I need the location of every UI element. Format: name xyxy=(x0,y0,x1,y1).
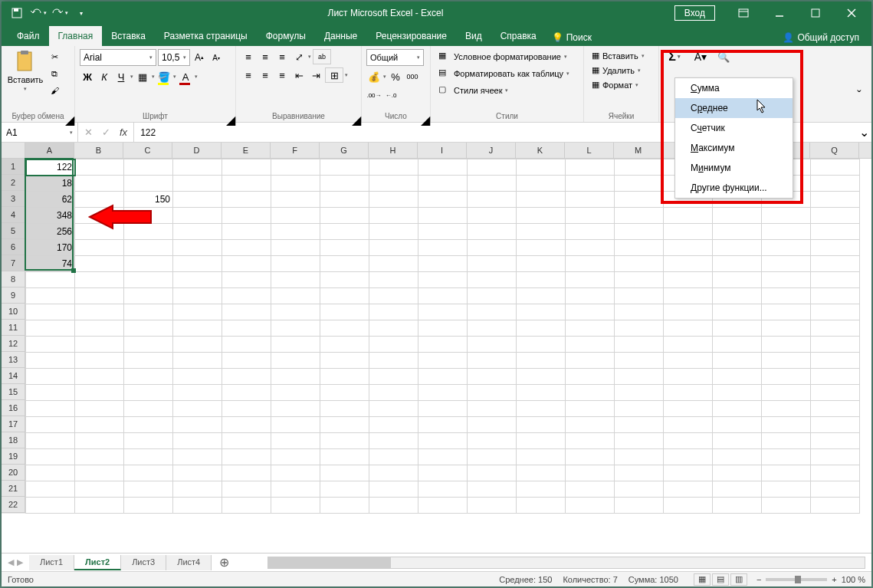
cell-O14[interactable] xyxy=(713,369,762,385)
cell-K11[interactable] xyxy=(517,320,566,337)
cell-B16[interactable] xyxy=(75,401,124,417)
align-center-icon[interactable]: ≡ xyxy=(258,67,273,83)
font-size-combo[interactable]: 10,5▾ xyxy=(158,49,190,66)
cell-G21[interactable] xyxy=(320,481,369,498)
cell-A13[interactable] xyxy=(26,353,75,369)
cell-F3[interactable] xyxy=(271,192,320,208)
cell-I3[interactable] xyxy=(418,192,468,208)
cell-M5[interactable] xyxy=(615,224,664,240)
cell-Q12[interactable] xyxy=(811,337,860,353)
align-right-icon[interactable]: ≡ xyxy=(274,67,290,83)
cell-I13[interactable] xyxy=(418,353,468,369)
clipboard-launcher-icon[interactable]: ◢ xyxy=(65,113,73,120)
cell-K7[interactable] xyxy=(517,256,566,272)
cell-B7[interactable] xyxy=(75,256,124,272)
cell-B1[interactable] xyxy=(75,159,124,176)
fx-icon[interactable]: fx xyxy=(120,126,127,138)
view-normal-icon[interactable]: ▦ xyxy=(694,573,711,586)
cell-P18[interactable] xyxy=(762,433,811,449)
format-as-table-button[interactable]: ▤Форматировать как таблицу▾ xyxy=(435,66,579,81)
number-launcher-icon[interactable]: ◢ xyxy=(421,113,428,120)
cell-P17[interactable] xyxy=(762,417,811,433)
cell-M20[interactable] xyxy=(615,465,664,481)
cell-F8[interactable] xyxy=(271,272,320,288)
cell-L15[interactable] xyxy=(566,385,615,401)
cell-styles-button[interactable]: ▢Стили ячеек▾ xyxy=(435,83,579,98)
decrease-indent-icon[interactable]: ⇤ xyxy=(291,67,307,83)
sheet-nav-next-icon[interactable]: ▶ xyxy=(17,557,23,567)
cell-H6[interactable] xyxy=(369,240,418,256)
cell-G20[interactable] xyxy=(320,465,369,481)
cell-G17[interactable] xyxy=(320,417,369,433)
save-icon[interactable] xyxy=(8,4,26,22)
cell-J16[interactable] xyxy=(468,401,517,417)
align-left-icon[interactable]: ≡ xyxy=(241,67,256,83)
row-header-8[interactable]: 8 xyxy=(2,271,25,287)
cell-M4[interactable] xyxy=(615,208,664,224)
cell-F20[interactable] xyxy=(271,465,320,481)
row-header-12[interactable]: 12 xyxy=(2,336,25,352)
cell-K17[interactable] xyxy=(517,417,566,433)
cell-D21[interactable] xyxy=(173,481,222,498)
cell-D9[interactable] xyxy=(173,288,222,304)
cell-C11[interactable] xyxy=(124,320,173,337)
cell-K22[interactable] xyxy=(517,498,566,514)
cell-J22[interactable] xyxy=(468,498,517,514)
cell-I2[interactable] xyxy=(418,176,468,192)
cell-I19[interactable] xyxy=(418,449,468,465)
cell-O22[interactable] xyxy=(713,498,762,514)
cell-I14[interactable] xyxy=(418,369,468,385)
cell-H10[interactable] xyxy=(369,304,418,320)
cell-A18[interactable] xyxy=(26,433,75,449)
cell-K14[interactable] xyxy=(517,369,566,385)
cell-B22[interactable] xyxy=(75,498,124,514)
col-header-F[interactable]: F xyxy=(271,143,320,158)
decrease-font-icon[interactable]: A▾ xyxy=(208,50,224,65)
cell-H1[interactable] xyxy=(369,159,418,176)
cell-E13[interactable] xyxy=(222,353,271,369)
cell-B6[interactable] xyxy=(75,240,124,256)
cell-F18[interactable] xyxy=(271,433,320,449)
cell-J5[interactable] xyxy=(468,224,517,240)
cell-G8[interactable] xyxy=(320,272,369,288)
font-name-combo[interactable]: Arial▾ xyxy=(80,49,156,66)
autosum-average-item[interactable]: Среднее xyxy=(675,98,793,118)
cell-D14[interactable] xyxy=(173,369,222,385)
cell-P21[interactable] xyxy=(762,481,811,498)
cell-L11[interactable] xyxy=(566,320,615,337)
cancel-formula-icon[interactable]: ✕ xyxy=(84,126,93,138)
tab-help[interactable]: Справка xyxy=(491,26,546,46)
cell-E6[interactable] xyxy=(222,240,271,256)
cell-N10[interactable] xyxy=(664,304,713,320)
cell-J17[interactable] xyxy=(468,417,517,433)
cell-I18[interactable] xyxy=(418,433,468,449)
cell-G6[interactable] xyxy=(320,240,369,256)
cell-P11[interactable] xyxy=(762,320,811,337)
cell-Q1[interactable] xyxy=(811,159,860,176)
cell-J8[interactable] xyxy=(468,272,517,288)
cell-A2[interactable]: 18 xyxy=(26,176,75,192)
autosum-button[interactable]: Σ▾ xyxy=(664,49,685,64)
cell-D22[interactable] xyxy=(173,498,222,514)
cell-L7[interactable] xyxy=(566,256,615,272)
tab-file[interactable]: Файл xyxy=(8,26,49,46)
cell-N12[interactable] xyxy=(664,337,713,353)
cell-G15[interactable] xyxy=(320,385,369,401)
font-color-icon[interactable]: A xyxy=(178,69,193,84)
cell-B8[interactable] xyxy=(75,272,124,288)
row-header-2[interactable]: 2 xyxy=(2,175,25,191)
cell-B17[interactable] xyxy=(75,417,124,433)
copy-icon[interactable]: ⧉ xyxy=(46,66,63,81)
cell-H19[interactable] xyxy=(369,449,418,465)
cell-E16[interactable] xyxy=(222,401,271,417)
fill-color-icon[interactable]: 🪣 xyxy=(156,69,172,84)
cell-B12[interactable] xyxy=(75,337,124,353)
cell-O7[interactable] xyxy=(713,256,762,272)
paste-button[interactable]: Вставить ▾ xyxy=(6,49,44,110)
cell-B18[interactable] xyxy=(75,433,124,449)
cell-E18[interactable] xyxy=(222,433,271,449)
cell-A7[interactable]: 74 xyxy=(26,256,75,272)
cell-P8[interactable] xyxy=(762,272,811,288)
cell-Q18[interactable] xyxy=(811,433,860,449)
cell-O9[interactable] xyxy=(713,288,762,304)
